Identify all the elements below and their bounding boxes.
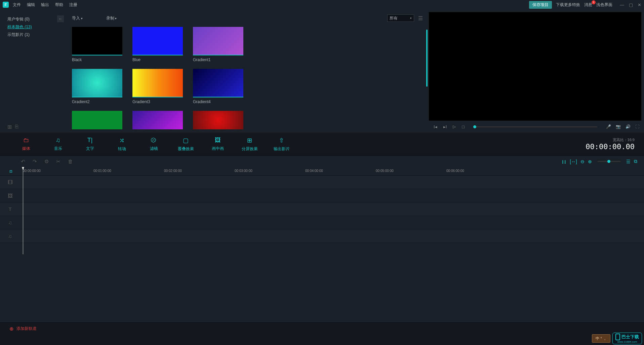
zoom-in-icon[interactable]: ⊕ [588, 159, 592, 164]
snapshot-icon[interactable]: 📷 [616, 124, 621, 129]
menu-file[interactable]: 文件 [13, 2, 21, 8]
save-project-button[interactable]: 保存项目 [529, 1, 552, 9]
next-frame-icon[interactable]: ▸I [443, 124, 447, 129]
split-icon: ⊞ [247, 137, 252, 144]
thumb-gradient5[interactable] [72, 111, 122, 129]
timeline-zoom-controls: ⫿⫿ [↔] ⊖ ⊕ ☰ ⧉ [562, 159, 637, 164]
add-track-button[interactable]: ⊕ 添加新轨道 [0, 322, 644, 335]
thumb-gradient2[interactable]: Gradient2 [72, 69, 122, 104]
preview-controls: I◂ ▸I ▷ □ 🎤 📷 🔊 ⛶ [429, 121, 644, 133]
media-scrollbar[interactable] [426, 30, 428, 87]
timeline-ruler[interactable]: ⧈ 00:00:00:00 00:01:00:00 00:02:00:00 00… [0, 167, 644, 176]
tab-music[interactable]: ♫ 音乐 [42, 137, 74, 152]
tab-label: 分屏效果 [242, 146, 258, 152]
transition-icon: ⤭ [119, 137, 124, 144]
thumb-black[interactable]: Black [72, 27, 122, 62]
fullscreen-icon[interactable]: ⛶ [635, 124, 639, 129]
audio-track-2[interactable]: ♫ [0, 229, 644, 243]
main-menu: 文件 编辑 输出 帮助 注册 [13, 2, 77, 8]
layers-icon[interactable]: ⧉ [634, 159, 637, 164]
media-filter-select[interactable]: 所有 [387, 14, 414, 22]
watermark: 中 ° ， 巴士下载 www.11684.com [592, 333, 642, 344]
list-view-icon[interactable]: ☰ [418, 15, 423, 21]
pip-icon: 🖼 [215, 137, 221, 144]
text-track[interactable]: T [0, 203, 644, 216]
menu-edit[interactable]: 编辑 [27, 2, 35, 8]
text-icon: T| [87, 137, 93, 144]
prev-frame-icon[interactable]: I◂ [434, 124, 437, 129]
tab-label: 音乐 [54, 146, 62, 152]
zoom-handle[interactable] [607, 160, 610, 163]
delete-icon[interactable]: 🗑 [68, 159, 73, 164]
video-track-icon: 🎞 [0, 179, 20, 185]
menu-output[interactable]: 输出 [41, 2, 49, 8]
filter-icon: ⛒ [151, 137, 157, 144]
zoom-slider[interactable] [597, 161, 621, 162]
messages-badge: 1 [592, 0, 596, 4]
light-ui-toggle[interactable]: 浅色界面 [596, 2, 612, 8]
play-icon[interactable]: ▷ [453, 124, 456, 129]
tab-export[interactable]: ⇧ 输出影片 [266, 137, 297, 152]
thumb-blue[interactable]: Blue [132, 27, 183, 62]
zoom-out-icon[interactable]: ⊖ [580, 159, 585, 164]
media-grid: Black Blue Gradient1 Gradient2 Gradient3… [72, 27, 423, 131]
tab-overlay[interactable]: ▢ 覆叠效果 [170, 137, 202, 152]
volume-icon[interactable]: 🔊 [626, 124, 631, 129]
playhead[interactable] [23, 167, 23, 254]
marker-icon[interactable]: ⫿⫿ [562, 159, 566, 164]
thumb-label: Gradient4 [193, 99, 243, 104]
maximize-button[interactable]: ▢ [629, 2, 633, 7]
watermark-url: www.11684.com [617, 340, 637, 343]
settings-icon[interactable]: ⚙ [44, 159, 49, 165]
voiceover-icon[interactable]: 🎤 [606, 124, 611, 129]
tab-text[interactable]: T| 文字 [74, 137, 106, 152]
menu-register[interactable]: 注册 [69, 2, 77, 8]
minimize-button[interactable]: — [620, 2, 624, 7]
overlay-track[interactable]: 🖼 [0, 189, 644, 203]
seek-handle[interactable] [473, 125, 476, 128]
new-folder-icon[interactable]: ⊞ [7, 124, 12, 130]
tab-filter[interactable]: ⛒ 滤镜 [138, 137, 170, 152]
thumb-gradient3[interactable]: Gradient3 [132, 69, 183, 104]
cut-icon[interactable]: ✂ [56, 159, 61, 165]
import-dropdown[interactable]: 导入 [72, 15, 83, 21]
thumb-gradient7[interactable] [193, 111, 243, 129]
download-effects-link[interactable]: 下载更多特效 [556, 2, 580, 8]
list-icon[interactable]: ☰ [626, 159, 631, 164]
plus-icon: ⊕ [9, 326, 14, 332]
ime-indicator: 中 ° ， [592, 334, 610, 343]
music-icon: ♫ [56, 137, 61, 144]
preview-video[interactable] [429, 12, 641, 121]
record-dropdown[interactable]: 录制 [106, 15, 117, 21]
watermark-brand: 巴士下载 [621, 334, 639, 340]
stop-icon[interactable]: □ [462, 124, 465, 129]
close-button[interactable]: ✕ [638, 2, 641, 7]
tab-label: 转场 [118, 146, 126, 152]
library-sidebar: 用户专辑 (0) 样本颜色 (13) 示范影片 (1) ← ⊞ ⎘ [0, 9, 67, 133]
thumb-gradient1[interactable]: Gradient1 [193, 27, 243, 62]
messages-link[interactable]: 消息 1 [584, 2, 592, 8]
undo-icon[interactable]: ↶ [21, 159, 25, 165]
sidebar-item-demo-clips[interactable]: 示范影片 (1) [7, 31, 67, 39]
ruler-mark: 00:02:00:00 [164, 169, 182, 173]
tab-pip[interactable]: 🖼 画中画 [202, 137, 234, 152]
audio-track-1[interactable]: ♫ [0, 216, 644, 229]
tab-media[interactable]: 🗀 媒体 [10, 137, 42, 152]
fit-icon[interactable]: [↔] [570, 159, 577, 164]
sidebar-collapse-button[interactable]: ← [57, 15, 64, 22]
preview-seek-slider[interactable] [473, 126, 597, 127]
import-folder-icon[interactable]: ⎘ [15, 124, 18, 130]
tab-split[interactable]: ⊞ 分屏效果 [234, 137, 266, 152]
menu-help[interactable]: 帮助 [55, 2, 63, 8]
magnet-icon[interactable]: ⧈ [9, 168, 12, 174]
tab-transition[interactable]: ⤭ 转场 [106, 137, 138, 152]
sidebar-item-sample-colors[interactable]: 样本颜色 (13) [7, 23, 67, 31]
window-controls: — ▢ ✕ [620, 2, 641, 7]
thumb-gradient6[interactable] [132, 111, 183, 129]
overlay-track-icon: 🖼 [0, 193, 20, 199]
upper-region: 用户专辑 (0) 样本颜色 (13) 示范影片 (1) ← ⊞ ⎘ 导入 录制 … [0, 9, 644, 133]
video-track[interactable]: 🎞 [0, 176, 644, 189]
redo-icon[interactable]: ↷ [33, 159, 37, 165]
thumb-gradient4[interactable]: Gradient4 [193, 69, 243, 104]
ruler-mark: 00:01:00:00 [93, 169, 111, 173]
